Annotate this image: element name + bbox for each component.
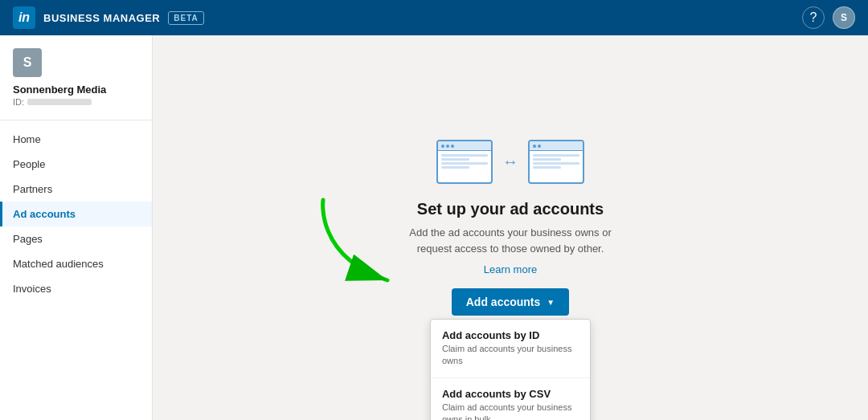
brand-name: BUSINESS MANAGER [43,12,160,24]
topnav-right: ? S [802,6,855,29]
sidebar-divider [0,120,152,120]
browser-line-2 [441,162,488,165]
dropdown-item-id-title: Add accounts by ID [442,329,579,341]
desc-line1: Add the ad accounts your business owns o… [409,226,611,239]
sidebar-label-ad-accounts: Ad accounts [13,208,76,220]
browser-dot-3 [451,145,454,148]
browser-line-r2 [533,162,579,165]
cta-area: Add accounts ▼ Add accounts by ID Claim … [452,288,569,316]
logo-letter: in [18,10,30,25]
browser-line-r1 [533,154,579,157]
illustration: ↔ [436,140,584,184]
sidebar-label-matched-audiences: Matched audiences [13,258,104,270]
page-title: Set up your ad accounts [417,200,604,218]
sidebar-item-ad-accounts[interactable]: Ad accounts [0,202,152,226]
sidebar-item-partners[interactable]: Partners [0,177,152,202]
id-label: ID: [13,97,24,107]
transfer-arrows-icon: ↔ [502,153,518,171]
avatar-letter: S [23,55,32,70]
company-name: Sonnenberg Media [0,84,152,96]
add-accounts-dropdown: Add accounts by ID Claim ad accounts you… [430,319,591,420]
linkedin-logo: in [13,6,35,29]
sidebar-item-invoices[interactable]: Invoices [0,276,152,301]
browser-dot-2 [446,145,449,148]
sidebar-label-partners: Partners [13,183,52,195]
browser-dot-r1 [533,145,536,148]
browser-line-short [441,158,469,161]
company-avatar: S [13,48,42,77]
sidebar-label-pages: Pages [13,233,43,245]
sidebar-label-home: Home [13,133,41,145]
browser-line-r-short1 [533,158,561,161]
dropdown-item-csv-desc: Claim ad accounts your business owns in … [442,402,579,420]
sidebar: S Sonnenberg Media ID: Home People Partn… [0,35,153,420]
learn-more-link[interactable]: Learn more [484,263,537,275]
sidebar-label-invoices: Invoices [13,283,51,295]
browser-bar-right [530,141,583,151]
dropdown-item-by-csv[interactable]: Add accounts by CSV Claim ad accounts yo… [431,378,590,420]
sidebar-item-matched-audiences[interactable]: Matched audiences [0,251,152,276]
company-id: ID: [0,96,152,116]
main-layout: S Sonnenberg Media ID: Home People Partn… [0,35,868,420]
browser-left [436,140,493,184]
browser-content-left [438,151,491,173]
add-accounts-button[interactable]: Add accounts ▼ [452,288,569,316]
id-value-bar [27,99,92,105]
browser-bar-left [438,141,491,151]
sidebar-item-pages[interactable]: Pages [0,226,152,251]
user-avatar-icon[interactable]: S [833,6,855,29]
chevron-down-icon: ▼ [547,298,555,307]
browser-line [441,154,488,157]
browser-line-r-short2 [533,166,561,169]
top-navigation: in BUSINESS MANAGER BETA ? S [0,0,868,35]
beta-badge: BETA [168,11,203,25]
add-accounts-label: Add accounts [466,296,541,308]
topnav-left: in BUSINESS MANAGER BETA [13,6,204,29]
dropdown-item-id-desc: Claim ad accounts your business owns [442,343,579,368]
desc-line2: request access to those owned by other. [417,243,604,255]
dropdown-item-csv-title: Add accounts by CSV [442,388,579,400]
browser-dot-r2 [538,145,541,148]
sidebar-label-people: People [13,158,45,170]
help-icon[interactable]: ? [802,6,825,29]
browser-dot [441,145,444,148]
browser-line-short-2 [441,166,469,169]
sidebar-item-people[interactable]: People [0,152,152,177]
browser-right [528,140,584,184]
main-description: Add the ad accounts your business owns o… [409,225,611,256]
browser-content-right [530,151,583,173]
dropdown-item-by-id[interactable]: Add accounts by ID Claim ad accounts you… [431,320,590,378]
sidebar-item-home[interactable]: Home [0,127,152,152]
main-content: ↔ Set up your ad accounts Add the ad acc… [153,35,868,420]
